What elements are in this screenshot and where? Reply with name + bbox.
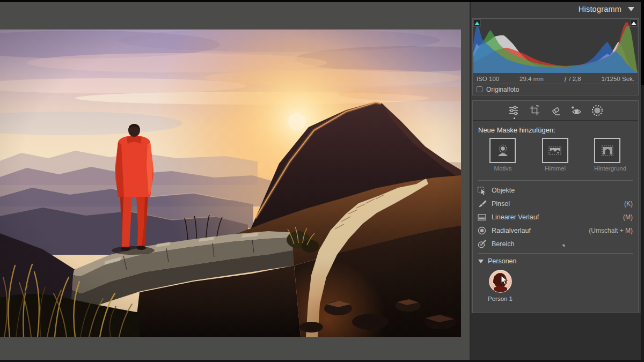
range-flyout-icon [562,245,565,247]
mask-button-background[interactable] [594,138,620,163]
person-item[interactable]: Person 1 [486,270,515,302]
masking-icon[interactable] [591,105,603,116]
work-area [0,2,470,360]
background-mask-icon [600,143,615,158]
subject-mask-icon [495,143,510,158]
original-photo-checkbox[interactable] [477,86,482,92]
mask-tool-linear-gradient[interactable]: Linearer Verlauf (M) [477,210,633,224]
mask-tool-range[interactable]: Bereich [477,237,633,250]
lightroom-window: Histogramm ISO 100 29.4 mm ƒ / 2,8 1/125… [0,0,644,362]
linear-gradient-icon [477,212,487,222]
mask-tool-radial-gradient[interactable]: Radialverlauf (Umschalt + M) [477,224,633,237]
add-mask-label: Neue Maske hinzufügen: [478,126,638,134]
red-eye-icon[interactable] [570,105,582,116]
range-icon [477,239,487,249]
mask-type-buttons: Motivs Himmel [473,138,638,172]
histogram-chart [473,19,638,73]
edit-sliders-icon[interactable] [508,105,519,116]
right-panel: Histogramm ISO 100 29.4 mm ƒ / 2,8 1/125… [471,2,641,360]
mask-button-sky-wrap: Himmel [542,138,569,172]
linear-gradient-shortcut: (M) [623,213,633,221]
original-photo-row[interactable]: Originalfoto [473,84,638,94]
person-avatar[interactable] [489,270,512,293]
exif-iso: ISO 100 [477,76,499,82]
mask-tool-objects[interactable]: Objekte [477,183,633,197]
crop-icon[interactable] [529,105,540,116]
mask-button-sky-label: Himmel [542,165,569,172]
brush-shortcut: (K) [624,200,633,208]
healing-eraser-icon[interactable] [550,105,561,116]
histogram-canvas[interactable] [473,19,638,73]
window-bottom-edge [0,360,644,362]
radial-gradient-label: Radialverlauf [492,227,589,234]
collapse-triangle-icon[interactable] [628,7,634,11]
highlight-clipping-indicator[interactable] [630,19,638,27]
active-tool-dot [514,117,515,119]
exif-info-row: ISO 100 29.4 mm ƒ / 2,8 1/1250 Sek. [473,73,638,84]
people-section: Personen [473,254,638,302]
shadow-clipping-indicator[interactable] [473,19,481,27]
exif-focal-length: 29.4 mm [519,76,544,82]
people-title: Personen [488,257,517,265]
mask-tool-list: Objekte Pinsel (K) [473,181,638,250]
photo-canvas [0,29,461,337]
sky-mask-icon [547,143,562,158]
mask-tool-brush[interactable]: Pinsel (K) [477,197,633,210]
photo-viewport[interactable] [0,29,461,337]
people-header[interactable]: Personen [478,257,633,265]
person-label: Person 1 [486,295,515,302]
histogram-panel: ISO 100 29.4 mm ƒ / 2,8 1/1250 Sek. Orig… [472,18,639,95]
brush-icon [477,199,487,209]
edit-toolbar [473,101,638,121]
exif-shutter: 1/1250 Sek. [602,76,634,82]
mask-button-subject-label: Motivs [489,165,516,172]
histogram-header[interactable]: Histogramm [579,5,634,13]
original-photo-label: Originalfoto [486,86,519,93]
vignette [0,29,461,337]
highlight-clipping-icon [631,21,636,25]
objects-icon [477,186,487,195]
mask-button-background-wrap: Hintergrund [594,138,621,172]
mask-button-subject[interactable] [489,138,516,163]
mask-button-sky[interactable] [542,138,568,163]
linear-gradient-label: Linearer Verlauf [492,213,623,221]
masking-panel: Neue Maske hinzufügen: Motivs [472,100,639,313]
objects-label: Objekte [492,187,633,194]
exif-aperture: ƒ / 2,8 [564,76,581,82]
mask-button-subject-wrap: Motivs [489,138,516,172]
radial-gradient-icon [477,226,487,235]
brush-label: Pinsel [492,200,624,208]
people-collapse-icon[interactable] [478,260,484,263]
mask-button-background-label: Hintergrund [594,165,621,172]
mouse-cursor [501,275,509,288]
radial-gradient-shortcut: (Umschalt + M) [589,227,633,234]
window-right-edge [641,0,644,362]
shadow-clipping-icon [474,21,480,25]
histogram-title: Histogramm [579,5,621,13]
range-label: Bereich [492,240,560,248]
